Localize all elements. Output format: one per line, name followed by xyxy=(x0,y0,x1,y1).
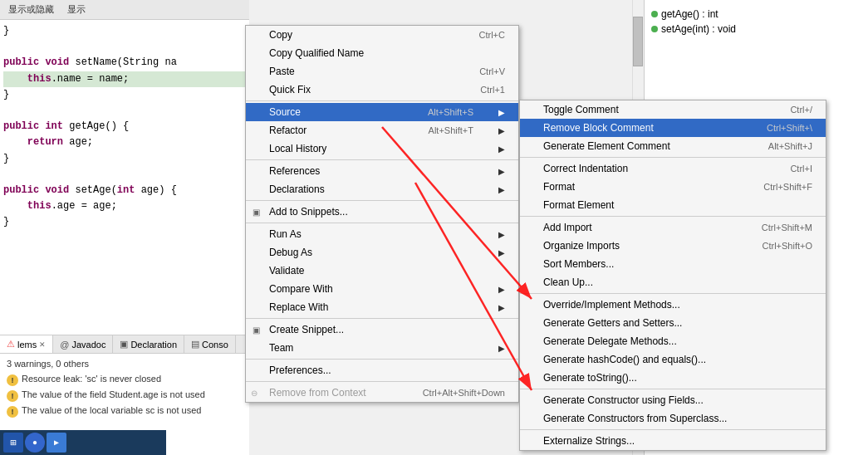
code-line-13: } xyxy=(3,214,246,230)
menu-declarations[interactable]: Declarations ▶ xyxy=(246,180,518,198)
outline-item-getage[interactable]: getAge() : int xyxy=(651,7,861,22)
source-generate-constructors-superclass[interactable]: Generate Constructors from Superclass... xyxy=(520,409,826,428)
source-sort-members[interactable]: Sort Members... xyxy=(520,255,826,273)
menu-validate-label: Validate xyxy=(269,265,304,276)
source-sep-2 xyxy=(520,216,826,217)
separator-7 xyxy=(246,381,518,382)
menu-compare-with-label: Compare With xyxy=(269,283,333,295)
source-toggle-comment[interactable]: Toggle Comment Ctrl+/ xyxy=(520,100,826,119)
taskbar-icon-3[interactable]: ▶ xyxy=(47,433,66,453)
source-correct-indentation[interactable]: Correct Indentation Ctrl+I xyxy=(520,159,826,178)
menu-remove-context-shortcut: Ctrl+Alt+Shift+Down xyxy=(423,388,505,398)
source-format-label: Format xyxy=(543,181,575,193)
source-organize-imports-label: Organize Imports xyxy=(543,240,620,252)
problem-item-1: ! Resource leak: 'sc' is never closed xyxy=(7,372,243,388)
source-generate-getters-setters[interactable]: Generate Getters and Setters... xyxy=(520,314,826,332)
javadoc-icon: @ xyxy=(60,340,69,350)
menu-replace-with-arrow: ▶ xyxy=(498,303,505,312)
source-generate-hashcode[interactable]: Generate hashCode() and equals()... xyxy=(520,350,826,369)
menu-debug-as[interactable]: Debug As ▶ xyxy=(246,243,518,262)
source-format-element[interactable]: Format Element xyxy=(520,196,826,214)
source-toggle-comment-shortcut: Ctrl+/ xyxy=(790,105,812,115)
menu-copy[interactable]: Copy Ctrl+C xyxy=(246,26,518,44)
warning-icon-2: ! xyxy=(7,390,18,402)
source-clean-up[interactable]: Clean Up... xyxy=(520,273,826,291)
tab-problems[interactable]: ⚠ lems ✕ xyxy=(0,335,53,353)
taskbar-icon-1[interactable]: ⊞ xyxy=(3,433,23,453)
source-format[interactable]: Format Ctrl+Shift+F xyxy=(520,178,826,196)
outline-label-getage: getAge() : int xyxy=(661,8,718,20)
menu-source[interactable]: Source Alt+Shift+S ▶ xyxy=(246,103,518,121)
menu-refactor[interactable]: Refactor Alt+Shift+T ▶ xyxy=(246,121,518,139)
outline-item-setage[interactable]: setAge(int) : void xyxy=(651,22,861,37)
taskbar-icon-2[interactable]: ● xyxy=(25,433,45,453)
taskbar: ⊞ ● ▶ xyxy=(0,430,166,455)
menu-compare-with[interactable]: Compare With ▶ xyxy=(246,280,518,298)
remove-context-icon: ⊖ xyxy=(251,389,257,398)
source-remove-block-comment[interactable]: Remove Block Comment Ctrl+Shift+\ xyxy=(520,119,826,137)
menu-paste[interactable]: Paste Ctrl+V xyxy=(246,62,518,81)
tab-javadoc[interactable]: @ Javadoc xyxy=(53,335,113,353)
problem-text-3: The value of the local variable sc is no… xyxy=(22,405,201,415)
menu-replace-with[interactable]: Replace With ▶ xyxy=(246,298,518,316)
tab-javadoc-label: Javadoc xyxy=(71,340,105,350)
source-organize-imports-shortcut: Ctrl+Shift+O xyxy=(762,241,812,251)
menu-run-as[interactable]: Run As ▶ xyxy=(246,225,518,243)
source-generate-tostring-label: Generate toString()... xyxy=(543,372,637,384)
menu-team-label: Team xyxy=(269,342,293,354)
source-add-import-shortcut: Ctrl+Shift+M xyxy=(762,223,812,232)
source-add-import-label: Add Import xyxy=(543,222,592,233)
source-correct-indentation-label: Correct Indentation xyxy=(543,163,628,174)
source-generate-constructor-fields[interactable]: Generate Constructor using Fields... xyxy=(520,391,826,409)
code-line-6 xyxy=(3,103,246,119)
menu-references[interactable]: References ▶ xyxy=(246,162,518,180)
tab-problems-label: lems xyxy=(17,340,37,350)
outline-content: getAge() : int setAge(int) : void xyxy=(645,0,868,43)
menu-quickfix[interactable]: Quick Fix Ctrl+1 xyxy=(246,81,518,99)
menu-compare-with-arrow: ▶ xyxy=(498,285,505,294)
source-format-element-label: Format Element xyxy=(543,199,614,211)
menu-create-snippet[interactable]: ▣ Create Snippet... xyxy=(246,320,518,339)
source-toggle-comment-label: Toggle Comment xyxy=(543,104,619,115)
menu-team[interactable]: Team ▶ xyxy=(246,339,518,357)
source-generate-tostring[interactable]: Generate toString()... xyxy=(520,369,826,387)
menu-paste-label: Paste xyxy=(269,66,295,77)
source-generate-getters-setters-label: Generate Getters and Setters... xyxy=(543,317,682,329)
source-sep-1 xyxy=(520,157,826,158)
scrollbar-thumb[interactable] xyxy=(633,17,643,66)
menu-preferences[interactable]: Preferences... xyxy=(246,361,518,379)
source-organize-imports[interactable]: Organize Imports Ctrl+Shift+O xyxy=(520,237,826,255)
menu-declarations-arrow: ▶ xyxy=(498,185,505,194)
menu-copy-qualified[interactable]: Copy Qualified Name xyxy=(246,44,518,62)
menu-run-as-label: Run As xyxy=(269,228,302,240)
source-correct-indentation-shortcut: Ctrl+I xyxy=(790,164,812,174)
toggle-visibility-btn[interactable]: 显示或隐藏 xyxy=(3,2,59,17)
source-generate-delegate-label: Generate Delegate Methods... xyxy=(543,335,677,347)
tab-declaration[interactable]: ▣ Declaration xyxy=(113,335,184,353)
code-line-2 xyxy=(3,39,246,55)
bottom-content: 3 warnings, 0 others ! Resource leak: 's… xyxy=(0,354,249,423)
menu-validate[interactable]: Validate xyxy=(246,262,518,280)
source-generate-element-comment[interactable]: Generate Element Comment Alt+Shift+J xyxy=(520,137,826,155)
menu-source-shortcut: Alt+Shift+S xyxy=(428,107,473,117)
source-externalize-strings[interactable]: Externalize Strings... xyxy=(520,432,826,450)
problem-item-3: ! The value of the local variable sc is … xyxy=(7,404,243,419)
tab-console[interactable]: ▤ Conso xyxy=(184,335,236,353)
source-add-import[interactable]: Add Import Ctrl+Shift+M xyxy=(520,218,826,237)
warning-count: 3 warnings, 0 others xyxy=(7,357,243,372)
code-area[interactable]: } public void setName(String na this.nam… xyxy=(0,20,249,233)
separator-4 xyxy=(246,223,518,223)
source-generate-constructor-fields-label: Generate Constructor using Fields... xyxy=(543,394,704,406)
show-btn[interactable]: 显示 xyxy=(62,2,91,17)
code-line-7: public int getAge() { xyxy=(3,119,246,135)
tab-problems-close[interactable]: ✕ xyxy=(39,340,46,349)
source-override-implement[interactable]: Override/Implement Methods... xyxy=(520,296,826,314)
menu-add-snippets[interactable]: ▣ Add to Snippets... xyxy=(246,203,518,221)
source-generate-delegate[interactable]: Generate Delegate Methods... xyxy=(520,332,826,350)
menu-remove-context-label: Remove from Context xyxy=(269,387,366,399)
menu-local-history[interactable]: Local History ▶ xyxy=(246,139,518,158)
source-generate-element-comment-shortcut: Alt+Shift+J xyxy=(768,141,812,151)
menu-source-arrow: ▶ xyxy=(498,108,505,117)
menu-run-as-arrow: ▶ xyxy=(498,230,505,239)
code-line-8: return age; xyxy=(3,135,246,150)
